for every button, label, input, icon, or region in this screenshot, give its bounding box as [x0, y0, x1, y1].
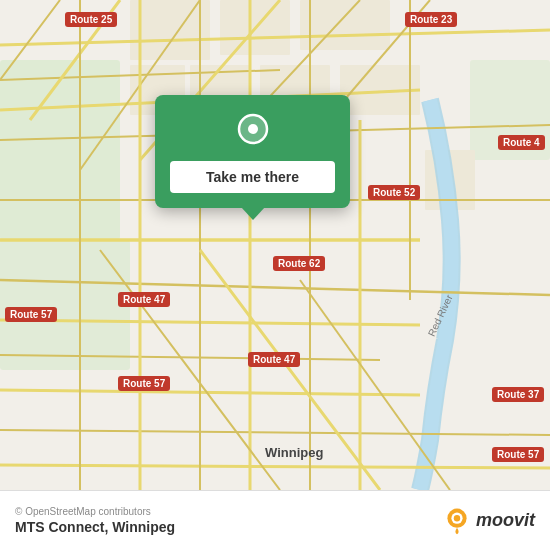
route-label-62: Route 62 [273, 256, 325, 271]
take-me-there-button[interactable]: Take me there [170, 161, 335, 193]
route-label-52: Route 52 [368, 185, 420, 200]
route-label-57-left: Route 57 [5, 307, 57, 322]
svg-rect-2 [0, 240, 130, 370]
bottom-bar: © OpenStreetMap contributors MTS Connect… [0, 490, 550, 550]
svg-point-45 [454, 515, 460, 521]
map-container[interactable]: Route 25 Route 23 Route 4 Route 52 Route… [0, 0, 550, 490]
moovit-logo[interactable]: moovit [443, 507, 535, 535]
popup-card: Take me there [155, 95, 350, 208]
svg-rect-4 [130, 0, 210, 60]
route-label-37: Route 37 [492, 387, 544, 402]
svg-point-42 [248, 124, 258, 134]
bottom-left: © OpenStreetMap contributors MTS Connect… [15, 506, 175, 535]
location-pin-icon [234, 113, 272, 151]
route-label-47-center: Route 47 [248, 352, 300, 367]
route-label-57-right: Route 57 [492, 447, 544, 462]
attribution: © OpenStreetMap contributors [15, 506, 175, 517]
map-roads [0, 0, 550, 490]
app: Route 25 Route 23 Route 4 Route 52 Route… [0, 0, 550, 550]
moovit-text: moovit [476, 510, 535, 531]
route-label-23: Route 23 [405, 12, 457, 27]
moovit-pin-icon [443, 507, 471, 535]
route-label-4: Route 4 [498, 135, 545, 150]
route-label-57-center: Route 57 [118, 376, 170, 391]
location-name: MTS Connect, Winnipeg [15, 519, 175, 535]
svg-rect-1 [0, 60, 120, 240]
winnipeg-label: Winnipeg [265, 445, 323, 460]
route-label-47-left: Route 47 [118, 292, 170, 307]
route-label-25: Route 25 [65, 12, 117, 27]
svg-rect-6 [300, 0, 390, 50]
